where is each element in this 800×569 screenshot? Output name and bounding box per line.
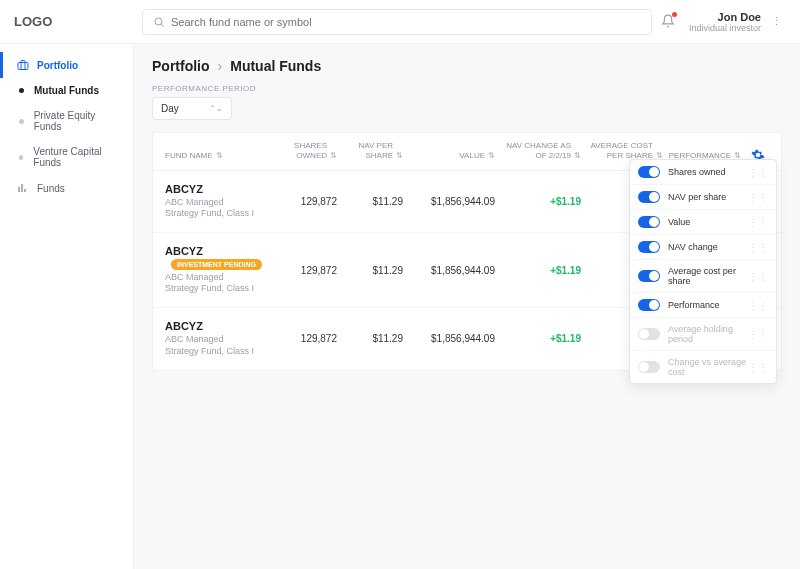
dot-icon <box>19 155 23 160</box>
toggle-label: Average holding period <box>668 324 748 344</box>
user-name: Jon Doe <box>689 11 761 23</box>
cell-value: $1,856,944.09 <box>403 265 495 276</box>
drag-handle-icon[interactable]: ⋮⋮ <box>748 217 768 228</box>
toggle-switch[interactable] <box>638 328 660 340</box>
briefcase-icon <box>17 59 29 71</box>
notification-dot <box>672 12 677 17</box>
column-toggle-item[interactable]: Value⋮⋮ <box>630 210 776 235</box>
fund-subtitle: ABC ManagedStrategy Fund, Class I <box>165 272 275 295</box>
sidebar-item-label: Portfolio <box>37 60 78 71</box>
sidebar: Portfolio Mutual Funds Private Equity Fu… <box>0 44 134 569</box>
toggle-label: Average cost per share <box>668 266 748 286</box>
column-toggle-item[interactable]: Average holding period⋮⋮ <box>630 318 776 351</box>
cell-change: +$1.19 <box>495 265 581 276</box>
period-value: Day <box>161 103 179 114</box>
sidebar-item-label: Private Equity Funds <box>34 110 119 132</box>
column-toggle-item[interactable]: Change vs average cost⋮⋮ <box>630 351 776 383</box>
col-value[interactable]: VALUE⇅ <box>403 151 495 161</box>
svg-line-1 <box>161 24 163 26</box>
toggle-label: Performance <box>668 300 720 310</box>
fund-subtitle: ABC ManagedStrategy Fund, Class I <box>165 334 275 357</box>
period-select[interactable]: Day ⌃⌄ <box>152 97 232 120</box>
funds-table: FUND NAME⇅ SHARES OWNED⇅ NAV PER SHARE⇅ … <box>152 132 782 371</box>
breadcrumb-root[interactable]: Portfolio <box>152 58 210 74</box>
col-fund-name[interactable]: FUND NAME⇅ <box>165 151 275 161</box>
search-icon <box>153 16 165 28</box>
header: LOGO Jon Doe Individual investor ⋮ <box>0 0 800 44</box>
cell-value: $1,856,944.09 <box>403 333 495 344</box>
sidebar-item-private-equity[interactable]: Private Equity Funds <box>0 103 133 139</box>
search-box[interactable] <box>142 9 652 35</box>
sidebar-item-label: Funds <box>37 183 65 194</box>
drag-handle-icon[interactable]: ⋮⋮ <box>748 167 768 178</box>
column-toggle-item[interactable]: Performance⋮⋮ <box>630 293 776 318</box>
dot-icon <box>19 119 24 124</box>
column-toggle-item[interactable]: Average cost per share⋮⋮ <box>630 260 776 293</box>
toggle-switch[interactable] <box>638 241 660 253</box>
user-menu[interactable]: Jon Doe Individual investor <box>689 11 761 33</box>
sort-icon: ⇅ <box>488 151 495 161</box>
cell-shares: 129,872 <box>275 196 337 207</box>
status-badge: INVESTMENT PENDING <box>171 259 262 270</box>
drag-handle-icon[interactable]: ⋮⋮ <box>748 192 768 203</box>
sort-icon: ⇅ <box>216 151 223 161</box>
more-menu-icon[interactable]: ⋮ <box>767 15 786 28</box>
sort-icon: ⇅ <box>330 151 337 161</box>
search-input[interactable] <box>171 16 641 28</box>
toggle-switch[interactable] <box>638 361 660 373</box>
column-toggle-item[interactable]: NAV change⋮⋮ <box>630 235 776 260</box>
cell-change: +$1.19 <box>495 196 581 207</box>
columns-popover: Shares owned⋮⋮NAV per share⋮⋮Value⋮⋮NAV … <box>629 159 777 384</box>
col-change[interactable]: NAV CHANGE AS OF 2/2/19⇅ <box>495 141 581 162</box>
sidebar-item-portfolio[interactable]: Portfolio <box>0 52 133 78</box>
breadcrumb-current: Mutual Funds <box>230 58 321 74</box>
fund-ticker: ABCYZ <box>165 320 203 332</box>
toggle-switch[interactable] <box>638 166 660 178</box>
sidebar-item-label: Venture Capital Funds <box>33 146 119 168</box>
svg-point-0 <box>155 18 162 25</box>
dot-icon <box>19 88 24 93</box>
user-role: Individual investor <box>689 23 761 33</box>
chart-icon <box>17 182 29 194</box>
toggle-label: Value <box>668 217 690 227</box>
column-toggle-item[interactable]: Shares owned⋮⋮ <box>630 160 776 185</box>
col-nav[interactable]: NAV PER SHARE⇅ <box>337 141 403 162</box>
fund-subtitle: ABC ManagedStrategy Fund, Class I <box>165 197 275 220</box>
sidebar-item-funds[interactable]: Funds <box>0 175 133 201</box>
cell-nav: $11.29 <box>337 333 403 344</box>
col-shares[interactable]: SHARES OWNED⇅ <box>275 141 337 162</box>
sort-icon: ⇅ <box>396 151 403 161</box>
cell-fund: ABCYZABC ManagedStrategy Fund, Class I <box>165 320 275 357</box>
table-header: FUND NAME⇅ SHARES OWNED⇅ NAV PER SHARE⇅ … <box>153 133 781 171</box>
breadcrumb: Portfolio › Mutual Funds <box>152 58 782 74</box>
svg-rect-2 <box>18 63 28 70</box>
main-content: Portfolio › Mutual Funds PERFORMANCE PER… <box>134 44 800 569</box>
toggle-switch[interactable] <box>638 216 660 228</box>
select-caret-icon: ⌃⌄ <box>209 104 223 113</box>
drag-handle-icon[interactable]: ⋮⋮ <box>748 271 768 282</box>
toggle-label: Change vs average cost <box>668 357 748 377</box>
sidebar-item-mutual-funds[interactable]: Mutual Funds <box>0 78 133 103</box>
toggle-switch[interactable] <box>638 299 660 311</box>
cell-nav: $11.29 <box>337 265 403 276</box>
cell-change: +$1.19 <box>495 333 581 344</box>
cell-nav: $11.29 <box>337 196 403 207</box>
drag-handle-icon[interactable]: ⋮⋮ <box>748 300 768 311</box>
toggle-label: NAV change <box>668 242 718 252</box>
notifications-button[interactable] <box>661 14 675 30</box>
toggle-switch[interactable] <box>638 191 660 203</box>
drag-handle-icon[interactable]: ⋮⋮ <box>748 362 768 373</box>
toggle-switch[interactable] <box>638 270 660 282</box>
sidebar-item-venture-capital[interactable]: Venture Capital Funds <box>0 139 133 175</box>
fund-ticker: ABCYZ <box>165 245 203 257</box>
cell-fund: ABCYZABC ManagedStrategy Fund, Class I <box>165 183 275 220</box>
cell-shares: 129,872 <box>275 265 337 276</box>
chevron-right-icon: › <box>218 58 223 74</box>
cell-shares: 129,872 <box>275 333 337 344</box>
fund-ticker: ABCYZ <box>165 183 203 195</box>
drag-handle-icon[interactable]: ⋮⋮ <box>748 242 768 253</box>
sort-icon: ⇅ <box>574 151 581 161</box>
drag-handle-icon[interactable]: ⋮⋮ <box>748 329 768 340</box>
period-label: PERFORMANCE PERIOD <box>152 84 782 93</box>
column-toggle-item[interactable]: NAV per share⋮⋮ <box>630 185 776 210</box>
